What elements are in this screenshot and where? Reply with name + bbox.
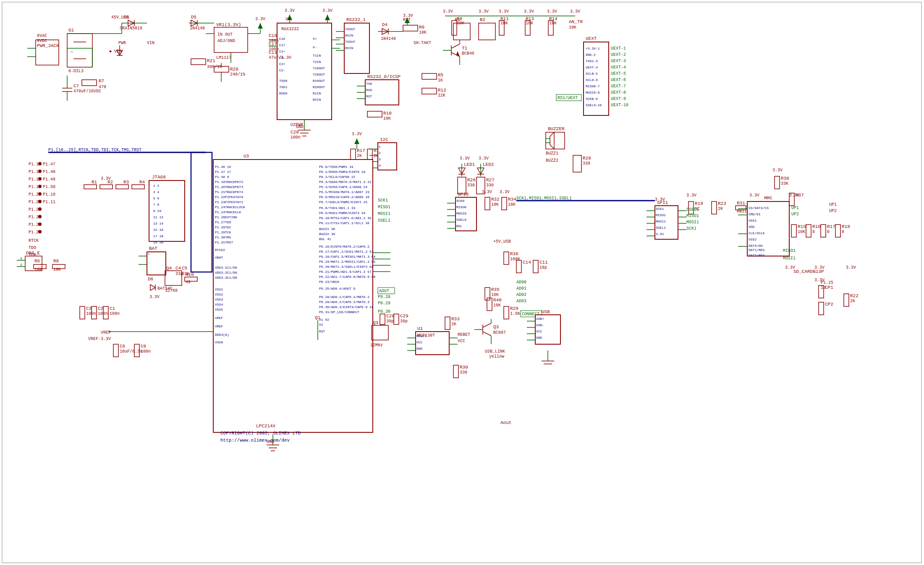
svg-text:BAT: BAT — [149, 246, 157, 251]
svg-text:P0.7/SSEL0/PWM2/EINT2   25: P0.7/SSEL0/PWM2/EINT2 25 — [319, 200, 367, 204]
svg-text:P0.4/SCK0/CAP0.1/AD08  24: P0.4/SCK0/CAP0.1/AD08 24 — [319, 185, 367, 189]
svg-text:BUZZ1: BUZZ1 — [546, 151, 558, 156]
svg-text:UEXT-4: UEXT-4 — [611, 65, 626, 70]
svg-text:RESET: RESET — [416, 334, 427, 338]
svg-text:P1.23PIPESTAT1: P1.23PIPESTAT1 — [215, 200, 243, 204]
svg-text:SCK0: SCK0 — [456, 199, 464, 203]
svg-text:DAT0/DO: DAT0/DO — [749, 244, 763, 248]
svg-text:P0.17/CAP1.2/SCK1/MAT1.2  53: P0.17/CAP1.2/SCK1/MAT1.2 53 — [319, 250, 374, 254]
svg-text:RXIN: RXIN — [345, 46, 353, 50]
svg-text:VDD3-1C1/D0: VDD3-1C1/D0 — [215, 266, 237, 269]
svg-text:AD03: AD03 — [516, 299, 526, 303]
svg-text:10K: 10K — [34, 267, 42, 272]
svg-text:18p: 18p — [539, 265, 547, 270]
svg-text:UP2: UP2 — [829, 209, 837, 213]
svg-text:3.3V: 3.3V — [814, 278, 825, 282]
svg-text:1N4148: 1N4148 — [381, 37, 396, 41]
svg-text:R10: R10 — [186, 272, 194, 277]
svg-text:3.3V: 3.3V — [686, 193, 696, 198]
svg-text:-: - — [148, 261, 150, 264]
svg-text:P1.19TRACEPKT2: P1.19TRACEPKT2 — [215, 180, 243, 184]
svg-text:3.3V: 3.3V — [749, 193, 759, 198]
svg-text:P0.11/CTS1/CAP1.1/SCL1  36: P0.11/CTS1/CAP1.1/SCL1 36 — [319, 221, 369, 225]
svg-text:ADJ/GND: ADJ/GND — [217, 39, 235, 43]
svg-text:C17: C17 — [269, 42, 277, 47]
svg-text:P1.17: P1.17 — [29, 170, 41, 174]
svg-text:UEXT-1: UEXT-1 — [611, 46, 626, 51]
aout-detected: Aout — [500, 420, 511, 425]
svg-text:P1.19: P1.19 — [29, 185, 41, 189]
svg-text:P0.6/MOSI0/CAP0.2/AD06  26: P0.6/MOSI0/CAP0.2/AD06 26 — [319, 195, 369, 199]
svg-text:SCKB-9: SCKB-9 — [586, 97, 598, 101]
svg-text:MISO0-7: MISO0-7 — [586, 84, 600, 88]
svg-text:SCK1: SCK1 — [656, 207, 664, 211]
svg-text:R29: R29 — [510, 306, 518, 311]
svg-text:SSEL1: SSEL1 — [686, 207, 699, 212]
svg-text:U2: U2 — [285, 16, 291, 21]
svg-text:3.3V: 3.3V — [479, 9, 489, 14]
svg-text:VREF: VREF — [215, 324, 223, 328]
svg-text:V-: V- — [313, 45, 317, 49]
svg-text:10K: 10K — [53, 267, 61, 272]
svg-text:47uF/6.3V: 47uF/6.3V — [269, 55, 291, 60]
svg-text:3.3V: 3.3V — [482, 190, 492, 194]
svg-text:R3: R3 — [123, 180, 129, 185]
svg-text:3.3V: 3.3V — [352, 132, 362, 136]
svg-text:P1.48: P1.48 — [43, 170, 55, 174]
svg-text:3.3V: 3.3V — [846, 265, 856, 270]
svg-text:AN_TR: AN_TR — [569, 19, 583, 24]
svg-text:P0.25/AD0.4/AOUT  9: P0.25/AD0.4/AOUT 9 — [319, 287, 356, 290]
svg-text:UEXT-4: UEXT-4 — [586, 65, 598, 69]
svg-text:T20OUT: T20OUT — [313, 73, 325, 76]
schematic-svg: PWR_JACK 6VAC 9VDC G1 8-DIL3 ~ C7 470uF/… — [0, 0, 924, 565]
svg-text:UP2: UP2 — [791, 212, 799, 217]
svg-text:C28: C28 — [386, 314, 395, 319]
svg-text:10K: 10K — [798, 230, 805, 234]
svg-text:yellow: yellow — [489, 354, 504, 359]
svg-text:R17: R17 — [827, 224, 835, 229]
svg-text:UEXT-3: UEXT-3 — [611, 59, 626, 63]
svg-text:TXD: TXD — [366, 82, 372, 86]
svg-text:VREF: VREF — [215, 316, 223, 320]
svg-text:SCK1,MISO1,MOSI1,SSEL1: SCK1,MISO1,MOSI1,SSEL1 — [516, 196, 572, 201]
svg-text:330: 330 — [486, 183, 494, 188]
svg-text:10K: 10K — [569, 25, 576, 30]
svg-text:VSS1: VSS1 — [749, 219, 756, 222]
svg-text:10K: 10K — [526, 21, 533, 26]
svg-text:TXOUT: TXOUT — [345, 40, 355, 44]
svg-text:P0.20/MAT1.3/SSEL1/EINT3  56: P0.20/MAT1.3/SSEL1/EINT3 56 — [319, 265, 374, 269]
svg-text:R15: R15 — [798, 224, 806, 229]
svg-text:R5: R5 — [438, 73, 443, 78]
svg-text:SSEL1: SSEL1 — [378, 218, 390, 223]
svg-text:R21: R21 — [207, 58, 215, 63]
svg-text:C29: C29 — [400, 314, 408, 319]
svg-text:P0.21/PWM5/AD1.6/CAP1.3  57: P0.21/PWM5/AD1.6/CAP1.3 57 — [319, 270, 372, 274]
vin-label: VIN — [147, 41, 154, 45]
svg-text:3.3V: 3.3V — [785, 265, 795, 270]
jtag6: JTAG6 1 2 3 4 5 6 7 8 9 10 11 12 13 14 1… — [149, 175, 185, 244]
3v3-spi1: 3.3V — [655, 197, 665, 202]
svg-text:P0.30/AD0.3/EINT3/CAP0.0  16: P0.30/AD0.3/EINT3/CAP0.0 16 — [319, 305, 374, 309]
svg-text:P0.3/SDA0/MAT0.0/MAT1.3  21: P0.3/SDA0/MAT0.0/MAT1.3 21 — [319, 180, 372, 184]
svg-text:3.3V: 3.3V — [101, 176, 111, 181]
svg-text:330: 330 — [460, 370, 467, 375]
svg-text:UEXT-6: UEXT-6 — [611, 78, 626, 82]
svg-text:C20: C20 — [291, 130, 299, 135]
svg-text:3  4: 3 4 — [153, 190, 160, 194]
svg-text:R26: R26 — [467, 178, 476, 183]
svg-text:32768: 32768 — [165, 288, 178, 293]
svg-text:T1: T1 — [462, 46, 468, 51]
svg-text:R36: R36 — [510, 251, 518, 256]
svg-text:P1.24TRACECLK: P1.24TRACECLK — [215, 210, 241, 214]
svg-text:VDD: VDD — [749, 225, 755, 229]
svg-rect-58 — [277, 23, 332, 120]
svg-text:10K: 10K — [383, 116, 391, 121]
svg-text:6VAC: 6VAC — [37, 34, 47, 38]
svg-text:+5V_USB: +5V_USB — [493, 239, 511, 244]
lpc214x-chip: U3 P1.46 16 P1.47 17 P1.48 8 P1.19TRACEP… — [213, 154, 376, 432]
svg-text:R6: R6 — [34, 259, 40, 264]
svg-text:1: 1 — [379, 145, 381, 149]
svg-text:3.3V: 3.3V — [403, 13, 413, 18]
svg-text:V+: V+ — [313, 37, 317, 41]
aout-label: AOUT — [378, 288, 395, 294]
